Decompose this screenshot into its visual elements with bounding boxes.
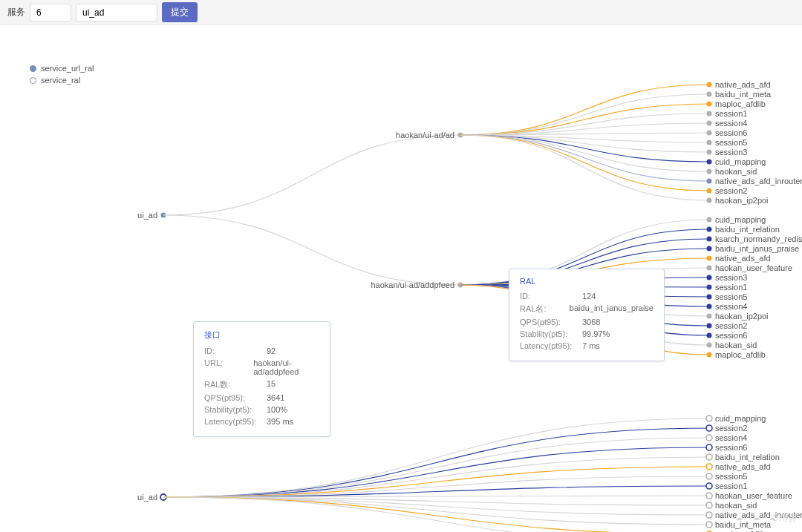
tooltip-row: QPS(pt95):3641 [204,393,319,402]
leaf-label: baidu_int_meta [715,520,772,529]
leaf-dot[interactable] [706,522,712,528]
leaf-dot[interactable] [706,493,712,499]
leaf-label: native_ads_afd [715,462,771,471]
tooltip-value: 3068 [582,318,600,326]
leaf-label: baidu_int_meta [715,90,772,99]
leaf-dot[interactable] [707,304,712,309]
leaf-dot[interactable] [707,285,712,290]
leaf-label: maploc_afdlib [715,350,766,359]
graph-svg: ui_adhaokan/ui-ad/adhaokan/ui-ad/addpfee… [0,25,802,532]
leaf-label: session6 [715,128,747,137]
leaf-dot[interactable] [707,102,712,107]
submit-button[interactable]: 提交 [162,2,198,22]
tooltip-key: URL: [204,358,253,376]
leaf-dot[interactable] [707,198,712,203]
leaf-dot[interactable] [707,343,712,348]
leaf-dot[interactable] [707,169,712,174]
leaf-dot[interactable] [707,92,712,97]
tooltip-row: Latency(pt95):395 ms [204,417,319,426]
leaf-dot[interactable] [707,217,712,223]
leaf-dot[interactable] [707,111,712,116]
tooltip-value: 124 [582,292,596,301]
leaf-label: cuid_mapping [715,157,766,166]
tooltip-row: Stability(pt5):100% [204,405,319,414]
tooltip-key: Latency(pt95): [204,417,267,426]
leaf-label: native_ads_afd [715,254,771,263]
leaf-dot[interactable] [707,227,712,232]
leaf-label: session2 [715,424,747,433]
leaf-label: session3 [715,273,747,282]
tooltip-key: ID: [520,292,582,301]
tooltip-key: QPS(pt95): [204,393,267,402]
leaf-label: session3 [715,148,747,157]
tooltip-value: 100% [267,405,287,414]
leaf-dot[interactable] [707,160,712,165]
toolbar-label: 服务 [7,6,25,19]
leaf-label: haokan_user_feature [715,491,792,500]
leaf-label: session5 [715,472,747,481]
leaf-dot[interactable] [707,333,712,338]
leaf-label: session5 [715,138,747,147]
leaf-dot[interactable] [707,324,712,329]
tooltip-row: URL:haokan/ui-ad/addpfeed [204,358,319,376]
leaf-dot[interactable] [707,150,712,155]
leaf-dot[interactable] [706,416,712,421]
leaf-dot[interactable] [706,473,712,479]
tooltip-value: haokan/ui-ad/addpfeed [253,358,319,376]
tooltip-value: 92 [267,347,276,355]
tooltip-ral: RAL ID:124RAL名:baidu_int_janus_praiseQPS… [509,269,665,361]
node-mid-label: haokan/ui-ad/addpfeed [371,280,454,289]
node-root-label: ui_ad [137,211,157,220]
leaf-dot[interactable] [707,121,712,126]
leaf-dot[interactable] [706,464,712,470]
leaf-dot[interactable] [706,454,712,460]
tooltip-value: 3641 [267,393,284,402]
leaf-dot[interactable] [707,275,712,280]
service-name-input[interactable] [76,4,157,22]
node-mid-label: haokan/ui-ad/ad [396,131,454,139]
leaf-dot[interactable] [707,256,712,261]
leaf-label: session6 [715,331,747,340]
tooltip-key: RAL名: [520,303,570,315]
leaf-label: baidu_int_relation [715,225,780,234]
leaf-label: haokan_ip2poi [715,196,769,205]
leaf-dot[interactable] [707,314,712,319]
leaf-dot[interactable] [707,352,712,358]
leaf-dot[interactable] [706,444,712,450]
node-root-label: ui_ad [137,493,157,502]
leaf-dot[interactable] [706,425,712,431]
diagram-canvas: service_url_ral service_ral ui_adhaokan/… [0,25,802,532]
leaf-dot[interactable] [707,246,712,252]
tooltip-title: 接口 [204,329,319,341]
service-id-input[interactable] [30,4,71,22]
leaf-dot[interactable] [707,82,712,88]
watermark: O博客 [772,512,798,525]
leaf-dot[interactable] [707,295,712,300]
leaf-dot[interactable] [707,188,712,194]
tooltip-row: Latency(pt95):7 ms [520,341,653,350]
leaf-dot[interactable] [706,483,712,489]
tooltip-value: 395 ms [267,417,293,426]
leaf-label: session1 [715,283,747,292]
leaf-dot[interactable] [707,179,712,184]
leaf-label: session4 [715,302,747,311]
tooltip-row: ID:124 [520,292,653,301]
tooltip-row: RAL数:15 [204,379,319,390]
leaf-label: haokan_ip2poi [715,312,769,321]
toolbar: 服务 提交 [0,0,802,25]
leaf-dot[interactable] [706,435,712,441]
tooltip-interface: 接口 ID:92URL:haokan/ui-ad/addpfeedRAL数:15… [193,321,330,437]
leaf-label: maploc_afdlib [715,99,766,108]
leaf-dot[interactable] [707,237,712,242]
leaf-dot[interactable] [706,502,712,508]
leaf-dot[interactable] [707,140,712,145]
leaf-dot[interactable] [707,266,712,271]
tooltip-row: RAL名:baidu_int_janus_praise [520,303,653,315]
tooltip-key: Stability(pt5): [204,405,267,414]
leaf-label: session6 [715,443,747,452]
tooltip-row: ID:92 [204,347,319,355]
leaf-label: session1 [715,482,747,490]
leaf-dot[interactable] [706,512,712,518]
leaf-dot[interactable] [707,131,712,136]
tooltip-title: RAL [520,277,653,286]
